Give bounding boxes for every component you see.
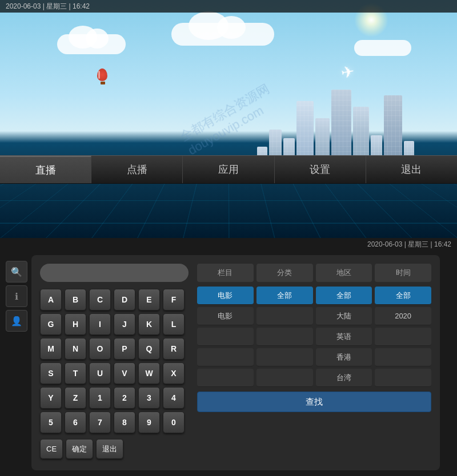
key-I[interactable]: I: [89, 313, 111, 335]
key-2[interactable]: 2: [114, 387, 135, 409]
key-E[interactable]: E: [138, 289, 160, 310]
search-icon[interactable]: 🔍: [6, 261, 27, 283]
filter-item-shijian-3[interactable]: [375, 328, 431, 346]
info-icon[interactable]: ℹ: [6, 285, 27, 307]
search-panel: A B C D E F G H I J K L M: [31, 255, 440, 470]
key-row-2: G H I J K L: [40, 313, 189, 335]
key-CE[interactable]: CE: [40, 439, 63, 459]
key-confirm[interactable]: 确定: [66, 439, 93, 459]
filter-header-fenlei[interactable]: 分类: [256, 264, 313, 282]
filter-item-diqu-quanbu[interactable]: 全部: [316, 287, 372, 305]
filter-item-shijian-5[interactable]: [375, 369, 431, 387]
key-W[interactable]: W: [138, 362, 160, 384]
cloud-2: [171, 23, 274, 46]
key-T[interactable]: T: [65, 362, 86, 384]
key-0[interactable]: 0: [163, 412, 185, 433]
filter-item-lanmu-3[interactable]: [197, 328, 254, 346]
nav-item-app[interactable]: 应用: [183, 156, 274, 183]
key-4[interactable]: 4: [163, 387, 185, 409]
action-row: CE 确定 退出: [40, 439, 189, 459]
filter-columns: 电影 电影 全部 全部 大陆 英语: [197, 287, 431, 387]
filter-item-lanmu-5[interactable]: [197, 369, 254, 387]
filter-item-fenlei-4[interactable]: [256, 348, 313, 366]
cloud-3: [354, 40, 411, 56]
nav-item-vod[interactable]: 点播: [91, 156, 183, 183]
key-row-3: M N O P Q R: [40, 338, 189, 360]
filter-item-taiwan[interactable]: 台湾: [316, 369, 372, 387]
key-K[interactable]: K: [138, 313, 160, 335]
key-8[interactable]: 8: [114, 412, 135, 433]
key-6[interactable]: 6: [65, 412, 86, 433]
filter-item-quanbu-sel[interactable]: 全部: [256, 287, 313, 305]
top-datetime: 2020-06-03 | 星期三 | 16:42: [6, 2, 90, 11]
filter-item-2020[interactable]: 2020: [375, 307, 431, 325]
key-D[interactable]: D: [114, 289, 135, 310]
key-Z[interactable]: Z: [65, 387, 86, 409]
key-V[interactable]: V: [114, 362, 135, 384]
key-A[interactable]: A: [40, 289, 62, 310]
key-R[interactable]: R: [163, 338, 185, 360]
key-U[interactable]: U: [89, 362, 111, 384]
key-S[interactable]: S: [40, 362, 62, 384]
filter-item-fenlei-5[interactable]: [256, 369, 313, 387]
bottom-status-bar: 2020-06-03 | 星期三 | 16:42: [362, 238, 457, 251]
side-icons: 🔍 ℹ 👤: [6, 261, 27, 332]
key-F[interactable]: F: [163, 289, 185, 310]
filter-header-shijian[interactable]: 时间: [375, 264, 431, 282]
filter-header-lanmu[interactable]: 栏目: [197, 264, 254, 282]
key-H[interactable]: H: [65, 313, 86, 335]
key-7[interactable]: 7: [89, 412, 111, 433]
filter-section: 栏目 分类 地区 时间 电影 电影 全部: [197, 264, 431, 462]
filter-item-shijian-quanbu[interactable]: 全部: [375, 287, 431, 305]
key-9[interactable]: 9: [138, 412, 160, 433]
filter-col-fenlei: 全部: [256, 287, 313, 387]
user-icon[interactable]: 👤: [6, 310, 27, 332]
key-row-1: A B C D E F: [40, 289, 189, 310]
nav-item-exit[interactable]: 退出: [366, 156, 457, 183]
key-C[interactable]: C: [89, 289, 111, 310]
filter-header: 栏目 分类 地区 时间: [197, 264, 431, 282]
nav-item-settings[interactable]: 设置: [275, 156, 366, 183]
filter-col-lanmu: 电影 电影: [197, 287, 254, 387]
key-exit[interactable]: 退出: [96, 439, 123, 459]
filter-item-lanmu-4[interactable]: [197, 348, 254, 366]
search-input[interactable]: [40, 264, 189, 282]
bottom-section: 2020-06-03 | 星期三 | 16:42 🔍 ℹ 👤 A B C D E…: [0, 238, 457, 476]
key-row-5: Y Z 1 2 3 4: [40, 387, 189, 409]
filter-col-shijian: 全部 2020: [375, 287, 431, 387]
key-1[interactable]: 1: [89, 387, 111, 409]
cloud-1: [57, 34, 126, 54]
key-Y[interactable]: Y: [40, 387, 62, 409]
filter-header-diqu[interactable]: 地区: [316, 264, 372, 282]
bottom-datetime: 2020-06-03 | 星期三 | 16:42: [367, 240, 451, 249]
filter-item-fenlei-2[interactable]: [256, 307, 313, 325]
keyboard-grid: A B C D E F G H I J K L M: [40, 289, 189, 459]
nav-item-live[interactable]: 直播: [0, 156, 91, 183]
key-X[interactable]: X: [163, 362, 185, 384]
filter-item-fenlei-3[interactable]: [256, 328, 313, 346]
key-O[interactable]: O: [89, 338, 111, 360]
search-button[interactable]: 查找: [197, 392, 431, 412]
filter-item-shijian-4[interactable]: [375, 348, 431, 366]
keyboard-section: A B C D E F G H I J K L M: [40, 264, 189, 462]
balloon: [97, 68, 109, 84]
filter-item-dianying-sel[interactable]: 电影: [197, 287, 254, 305]
nav-bar: 直播 点播 应用 设置 退出: [0, 155, 457, 184]
key-row-6: 5 6 7 8 9 0: [40, 412, 189, 433]
key-M[interactable]: M: [40, 338, 62, 360]
filter-item-dalu[interactable]: 大陆: [316, 307, 372, 325]
key-row-4: S T U V W X: [40, 362, 189, 384]
key-Q[interactable]: Q: [138, 338, 160, 360]
key-P[interactable]: P: [114, 338, 135, 360]
key-3[interactable]: 3: [138, 387, 160, 409]
key-G[interactable]: G: [40, 313, 62, 335]
key-L[interactable]: L: [163, 313, 185, 335]
filter-item-dianying[interactable]: 电影: [197, 307, 254, 325]
filter-item-xianggang[interactable]: 香港: [316, 348, 372, 366]
key-5[interactable]: 5: [40, 412, 62, 433]
key-J[interactable]: J: [114, 313, 135, 335]
filter-col-diqu: 全部 大陆 英语 香港 台湾: [316, 287, 372, 387]
key-N[interactable]: N: [65, 338, 86, 360]
key-B[interactable]: B: [65, 289, 86, 310]
filter-item-yingyu[interactable]: 英语: [316, 328, 372, 346]
